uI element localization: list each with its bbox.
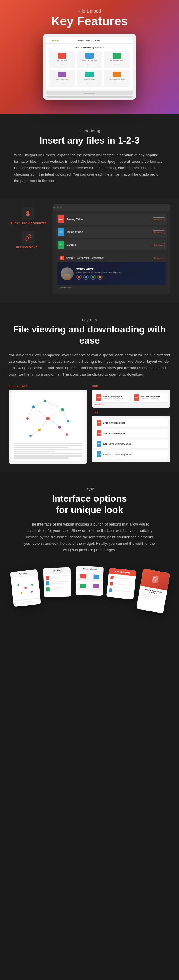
showcase-card-5: Search Manual By Product xyxy=(136,569,170,613)
file-info-2: Terms of Use xyxy=(67,231,150,234)
sc-body-3 xyxy=(75,572,103,596)
product-item-6: Apple Watch User Guide Download xyxy=(104,70,130,87)
circle-inner-3 xyxy=(92,276,94,278)
sc-list-row-3 xyxy=(46,587,69,592)
svg-line-3 xyxy=(48,410,62,418)
sc-graph-1 xyxy=(12,576,39,600)
viewer-card xyxy=(9,390,87,463)
sc-title-4: Annual Reports xyxy=(111,570,134,574)
product-icon-5 xyxy=(86,72,93,78)
ppt-slide-title: Wendy Writer xyxy=(76,267,162,270)
sc-grid-line-4 xyxy=(91,589,101,590)
sc-file-icon-2 xyxy=(46,581,49,585)
circle-1 xyxy=(76,275,82,280)
product-sub-6: Download xyxy=(114,83,119,84)
laptop-bottom xyxy=(46,96,133,99)
style-section: Style Interface optionsfor unique look T… xyxy=(0,472,179,623)
showcase-card-4: Annual Reports xyxy=(106,568,136,600)
dot-green xyxy=(57,40,59,41)
product-icon-6 xyxy=(113,72,121,78)
file-download-btn-1[interactable]: Download xyxy=(152,218,165,221)
file-row-2: DOC Terms of Use Download xyxy=(55,226,167,237)
list-label: LIST xyxy=(92,411,170,414)
sc-annual-row-2 xyxy=(109,582,133,589)
doc-line-8 xyxy=(14,457,68,458)
viewer-label: FILE VIEWER xyxy=(9,385,87,388)
list-file-name-3: Executive Summary 2019 xyxy=(103,442,165,445)
svg-point-30 xyxy=(31,591,33,593)
sc-title-5: Search Manual By Product xyxy=(141,588,165,596)
embed-demo: UPLOAD FROM COMPUTER UPLOAD BY URL xyxy=(0,199,179,303)
screen-product-grid: Mac User Guide Download MacBook Air User… xyxy=(46,50,133,89)
grid-list-panel: GRID PDF 2018 Annual Report Executive Su… xyxy=(92,385,170,462)
list-file-icon-3: DOC xyxy=(97,441,101,447)
file-icon-docx-1: DOC xyxy=(58,228,64,236)
grid-items: PDF 2018 Annual Report Executive Summary… xyxy=(94,392,168,402)
sc-body-5: Search Manual By Product xyxy=(136,586,167,613)
tab-dot-2 xyxy=(57,207,59,208)
doc-line-3 xyxy=(14,447,68,449)
file-panel-tabs xyxy=(52,204,170,211)
style-title: Interface optionsfor unique look xyxy=(9,493,170,515)
product-item-3: Mac Mini User Guide Download xyxy=(104,51,130,68)
list-file-name-2: 2017 Annual Report xyxy=(103,432,165,435)
file-icon-xls-1: XLS xyxy=(58,241,64,249)
sc-grid xyxy=(77,573,103,592)
product-item-5: iPad User Guide Download xyxy=(77,70,102,87)
ppt-text: Wendy Writer Lorem ipsum dolor sit amet … xyxy=(76,267,162,280)
ppt-avatar-body xyxy=(63,274,71,280)
sc-list-row-1 xyxy=(46,575,69,580)
file-row-1: PDF Pricing Table Download xyxy=(55,214,167,225)
sc-line-group-3 xyxy=(51,587,69,591)
product-name-1: Mac User Guide xyxy=(51,59,74,61)
screen-header: COMPANY NAME xyxy=(46,37,133,44)
embedding-label: Embedding xyxy=(12,129,167,133)
sc-body-4 xyxy=(106,574,136,600)
file-download-btn-2[interactable]: Download xyxy=(152,230,165,234)
list-panel: LIST PDF 2018 Annual Report PDF 2017 Ann… xyxy=(92,411,170,462)
grid-file-info-1: 2018 Annual Report Executive Summary 201… xyxy=(103,396,123,399)
file-list-area: PDF Pricing Table Download DOC Terms of … xyxy=(52,211,170,294)
dot-yellow xyxy=(55,40,56,41)
svg-line-9 xyxy=(60,427,67,434)
svg-point-29 xyxy=(21,592,23,594)
showcase-card-2: File List xyxy=(43,568,72,597)
svg-line-7 xyxy=(62,410,68,421)
graph-area xyxy=(14,395,82,441)
grid-file-date-2: Executive Summary 2018 xyxy=(141,398,160,399)
grid-card: PDF 2018 Annual Report Executive Summary… xyxy=(92,390,170,407)
sc-file-line-2 xyxy=(51,578,60,579)
svg-point-14 xyxy=(61,408,64,411)
layouts-section: Layouts File viewing and downloading wit… xyxy=(0,303,179,472)
ppt-download-link[interactable]: Download xyxy=(154,257,163,259)
svg-point-12 xyxy=(46,417,50,420)
style-text: The interface of the widget includes a b… xyxy=(23,521,156,553)
file-download-btn-3[interactable]: Download xyxy=(152,243,165,247)
product-item-2: MacBook Air User Guide Download xyxy=(77,51,102,68)
upload-computer-label: UPLOAD FROM COMPUTER xyxy=(9,222,47,225)
doc-line-5 xyxy=(14,451,55,452)
tab-dot-3 xyxy=(60,207,62,208)
upload-computer-icon-box xyxy=(22,207,34,220)
ppt-icon: P xyxy=(60,256,64,260)
ppt-header: P Sample PowerPoint Presentation Downloa… xyxy=(57,254,166,262)
showcase-card-3: Select Manual xyxy=(75,566,104,596)
doc-line-1 xyxy=(14,443,82,444)
product-name-6: Apple Watch User Guide xyxy=(105,78,128,80)
file-panel: PDF Pricing Table Download DOC Terms of … xyxy=(52,204,170,294)
screen-logo: COMPANY NAME xyxy=(78,39,101,41)
product-icon-2 xyxy=(86,53,93,59)
svg-point-21 xyxy=(44,400,46,402)
svg-rect-31 xyxy=(152,576,158,584)
sc-list-rows xyxy=(46,575,69,592)
product-item-1: Mac User Guide Download xyxy=(49,51,75,68)
sc-annual-line-1 xyxy=(114,577,133,580)
sc-grid-item-1 xyxy=(77,573,90,582)
embedding-title: Insert any files in 1-2-3 xyxy=(12,135,167,146)
sc-file-line-4 xyxy=(51,583,63,585)
upload-url-option[interactable]: UPLOAD BY URL xyxy=(9,231,47,249)
upload-computer-option[interactable]: UPLOAD FROM COMPUTER xyxy=(9,207,47,225)
svg-rect-1 xyxy=(26,214,30,215)
product-icon-1 xyxy=(58,53,66,59)
svg-point-17 xyxy=(27,417,29,420)
